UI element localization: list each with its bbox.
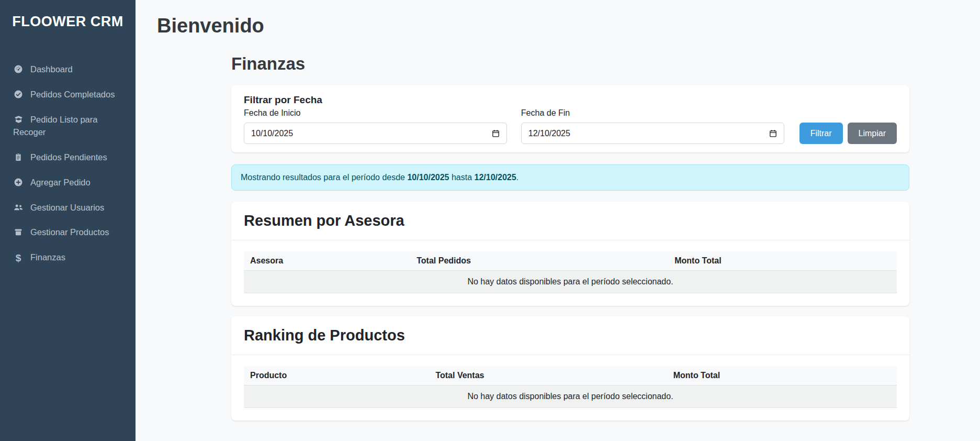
sidebar-item-gestionar-usuarios[interactable]: Gestionar Usuarios	[0, 195, 136, 220]
start-date-field: Fecha de Inicio	[244, 108, 507, 144]
sidebar-item-pedidos-completados[interactable]: Pedidos Completados	[0, 82, 136, 107]
period-info-alert: Mostrando resultados para el período des…	[231, 164, 909, 191]
sidebar-item-label: Gestionar Productos	[30, 227, 109, 237]
sidebar-item-label: Gestionar Usuarios	[30, 203, 104, 212]
section-title: Finanzas	[231, 54, 909, 74]
end-date-label: Fecha de Fin	[521, 108, 784, 118]
sidebar: FLOOWER CRM Dashboard Pedidos Completado…	[0, 0, 136, 441]
sidebar-item-label: Pedidos Pendientes	[30, 152, 107, 162]
sidebar-item-gestionar-productos[interactable]: Gestionar Productos	[0, 220, 136, 245]
check-circle-icon	[13, 90, 24, 99]
sidebar-item-label: Agregar Pedido	[30, 178, 91, 187]
alert-end-date: 12/10/2025	[475, 173, 516, 182]
summary-col-total-pedidos: Total Pedidos	[410, 251, 668, 271]
sidebar-item-label: Pedidos Completados	[30, 90, 115, 99]
ranking-card: Ranking de Productos Producto Total Vent…	[231, 316, 909, 421]
start-date-label: Fecha de Inicio	[244, 108, 507, 118]
ranking-empty-message: No hay datos disponibles para el período…	[244, 385, 897, 408]
sidebar-nav: Dashboard Pedidos Completados Pedido Lis…	[0, 57, 136, 270]
table-row: No hay datos disponibles para el período…	[244, 271, 897, 293]
dollar-icon: $	[13, 253, 24, 263]
date-filter-card: Filtrar por Fecha Fecha de Inicio Fecha …	[231, 85, 909, 152]
finanzas-container: Finanzas Filtrar por Fecha Fecha de Inic…	[231, 54, 909, 421]
clear-button[interactable]: Limpiar	[848, 123, 897, 144]
filter-title: Filtrar por Fecha	[244, 94, 897, 106]
sidebar-item-agregar-pedido[interactable]: Agregar Pedido	[0, 170, 136, 195]
sidebar-item-label: Pedido Listo para Recoger	[13, 115, 97, 137]
plus-circle-icon	[13, 178, 24, 187]
ranking-col-monto-total: Monto Total	[667, 366, 897, 385]
users-icon	[13, 203, 24, 212]
box-open-icon	[13, 115, 24, 124]
sidebar-item-finanzas[interactable]: $Finanzas	[0, 245, 136, 270]
alert-text-suffix: .	[516, 173, 519, 182]
sidebar-item-label: Dashboard	[30, 64, 73, 74]
dashboard-icon	[13, 64, 24, 74]
sidebar-item-dashboard[interactable]: Dashboard	[0, 57, 136, 82]
end-date-field: Fecha de Fin	[521, 108, 784, 144]
end-date-input[interactable]	[521, 123, 784, 144]
alert-text-middle: hasta	[449, 173, 475, 182]
ranking-col-total-ventas: Total Ventas	[429, 366, 667, 385]
alert-start-date: 10/10/2025	[407, 173, 449, 182]
end-date-calendar-icon[interactable]	[768, 128, 779, 139]
summary-col-asesora: Asesora	[244, 251, 410, 271]
summary-card-title: Resumen por Asesora	[244, 212, 897, 229]
start-date-input[interactable]	[244, 123, 507, 144]
main-content: Bienvenido Finanzas Filtrar por Fecha Fe…	[136, 0, 980, 421]
summary-col-monto-total: Monto Total	[668, 251, 897, 271]
box-icon	[13, 227, 24, 237]
summary-table: Asesora Total Pedidos Monto Total No hay…	[244, 251, 897, 293]
table-row: No hay datos disponibles para el período…	[244, 385, 897, 408]
sidebar-item-pedido-listo[interactable]: Pedido Listo para Recoger	[0, 107, 136, 145]
summary-card: Resumen por Asesora Asesora Total Pedido…	[231, 202, 909, 306]
summary-empty-message: No hay datos disponibles para el período…	[244, 271, 897, 293]
sidebar-item-label: Finanzas	[30, 252, 65, 262]
app-brand: FLOOWER CRM	[0, 0, 136, 30]
sidebar-item-pedidos-pendientes[interactable]: Pedidos Pendientes	[0, 145, 136, 170]
filter-button[interactable]: Filtrar	[799, 123, 843, 144]
start-date-calendar-icon[interactable]	[490, 128, 501, 139]
page-title: Bienvenido	[157, 15, 980, 37]
ranking-table: Producto Total Ventas Monto Total No hay…	[244, 366, 897, 408]
ranking-card-title: Ranking de Productos	[244, 327, 897, 344]
alert-text-prefix: Mostrando resultados para el período des…	[241, 173, 407, 182]
clipboard-list-icon	[13, 152, 24, 162]
ranking-col-producto: Producto	[244, 366, 429, 385]
